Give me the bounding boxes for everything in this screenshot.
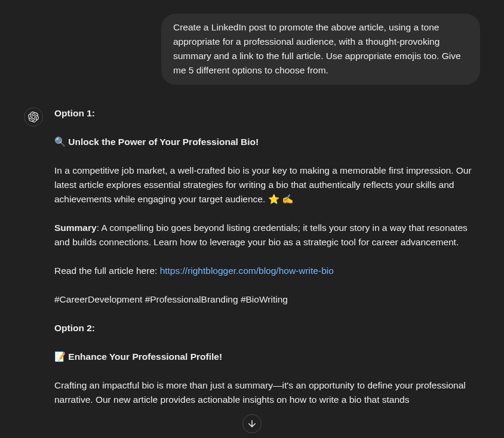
assistant-message-row: Option 1: 🔍 Unlock the Power of Your Pro… [24, 106, 480, 407]
option-2-heading: Option 2: [54, 321, 475, 335]
assistant-content: Option 1: 🔍 Unlock the Power of Your Pro… [54, 106, 480, 407]
scroll-to-bottom-button[interactable] [242, 414, 262, 433]
option-1-body: In a competitive job market, a well-craf… [54, 164, 475, 206]
user-message[interactable]: Create a LinkedIn post to promote the ab… [161, 14, 480, 85]
option-1-hashtags: #CareerDevelopment #ProfessionalBranding… [54, 292, 475, 307]
assistant-avatar [24, 107, 43, 127]
option-1-title: 🔍 Unlock the Power of Your Professional … [54, 135, 475, 149]
arrow-down-icon [247, 418, 257, 429]
article-link[interactable]: https://rightblogger.com/blog/how-write-… [160, 266, 334, 276]
option-1-summary: Summary: A compelling bio goes beyond li… [54, 221, 475, 249]
option-1-heading: Option 1: [54, 106, 475, 121]
option-1-read-link: Read the full article here: https://righ… [54, 264, 475, 278]
user-message-row: Create a LinkedIn post to promote the ab… [24, 14, 480, 85]
chat-container: Create a LinkedIn post to promote the ab… [0, 0, 504, 407]
option-2-title: 📝 Enhance Your Professional Profile! [54, 350, 475, 364]
openai-logo-icon [28, 112, 39, 122]
option-2-body: Crafting an impactful bio is more than j… [54, 378, 475, 407]
